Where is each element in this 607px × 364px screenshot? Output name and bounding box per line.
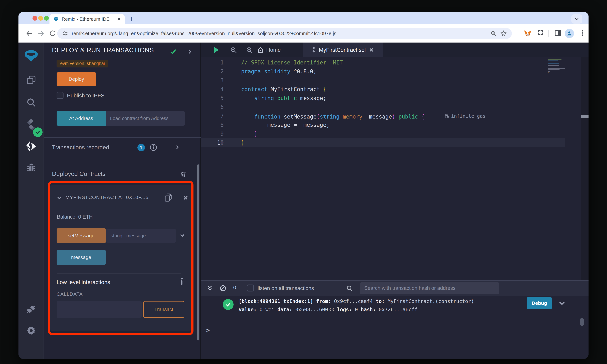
line-numbers: 12345678910	[201, 58, 229, 147]
separator	[57, 273, 181, 273]
editor-scrollbar-track[interactable]	[581, 57, 589, 280]
tx-success-icon	[223, 299, 234, 310]
gas-pump-icon	[445, 114, 449, 118]
set-message-button[interactable]: setMessage	[57, 228, 106, 243]
bookmark-star-icon[interactable]	[500, 30, 507, 37]
transact-button[interactable]: Transact	[143, 301, 185, 318]
editor-scrollbar-thumb[interactable]	[581, 115, 589, 118]
url-text: remix.ethereum.org/#lang=en&optimize=fal…	[72, 31, 487, 36]
transactions-expand-chevron-icon[interactable]	[174, 144, 180, 150]
editor-area: Home MyFirstContract.sol 12345678910 // …	[201, 42, 589, 359]
deploy-button[interactable]: Deploy	[57, 72, 96, 86]
panel-scrollbar[interactable]	[197, 164, 199, 340]
settings-gear-icon[interactable]	[18, 325, 44, 336]
reload-icon[interactable]	[49, 30, 56, 37]
address-bar[interactable]: remix.ethereum.org/#lang=en&optimize=fal…	[57, 28, 512, 39]
close-file-icon[interactable]	[369, 47, 374, 53]
calldata-label: CALLDATA	[57, 291, 83, 297]
metamask-icon[interactable]	[524, 29, 532, 38]
tab-search-button[interactable]	[571, 14, 582, 24]
editor-tabbar: Home MyFirstContract.sol	[201, 42, 589, 57]
site-settings-icon[interactable]	[62, 30, 68, 37]
tab-file-active[interactable]: MyFirstContract.sol	[303, 42, 383, 57]
deployed-contract-card: MYFIRSTCONTRACT AT 0X10F...5 Balance: 0 …	[50, 185, 191, 331]
transactions-recorded-label: Transactions recorded	[52, 144, 109, 151]
highlight-annotation: MYFIRSTCONTRACT AT 0X10F...5 Balance: 0 …	[48, 181, 194, 335]
scroll-to-bottom-icon[interactable]	[207, 285, 213, 291]
minimap[interactable]	[548, 59, 565, 74]
macos-close-button[interactable]	[32, 16, 37, 21]
deployed-contracts-label: Deployed Contracts	[52, 170, 106, 177]
chevron-down-icon	[574, 16, 580, 22]
browser-toolbar: remix.ethereum.org/#lang=en&optimize=fal…	[18, 24, 589, 42]
listen-all-label: listen on all transactions	[258, 285, 314, 291]
menu-dots-icon[interactable]	[579, 29, 586, 37]
listen-all-checkbox[interactable]	[247, 285, 254, 291]
macos-zoom-button[interactable]	[44, 16, 49, 21]
copy-icon[interactable]	[164, 193, 173, 202]
separator	[44, 163, 200, 163]
back-icon[interactable]	[26, 30, 33, 37]
terminal-prompt[interactable]: >	[206, 327, 210, 334]
panel-expand-chevron-icon[interactable]	[187, 49, 193, 55]
debugger-icon[interactable]	[18, 162, 44, 173]
at-address-input[interactable]	[106, 111, 185, 126]
toolbar-divider	[548, 30, 549, 37]
publish-ipfs-label: Publish to IPFS	[67, 92, 105, 99]
home-tab-label: Home	[266, 47, 281, 53]
low-level-label: Low level interactions	[57, 279, 110, 285]
macos-minimize-button[interactable]	[38, 16, 43, 21]
tab-home[interactable]: Home	[257, 42, 281, 57]
person-icon	[567, 30, 572, 37]
terminal-scrollbar-thumb[interactable]	[580, 318, 584, 326]
terminal-search-input[interactable]	[360, 282, 499, 294]
contract-collapse-chevron-icon[interactable]	[56, 195, 63, 201]
plugin-manager-icon[interactable]	[18, 304, 44, 315]
zoom-in-icon[interactable]	[246, 47, 253, 54]
code-editor[interactable]: 12345678910 // SPDX-License-Identifier: …	[201, 57, 565, 280]
terminal-search-icon	[346, 285, 353, 292]
deploy-run-panel: DEPLOY & RUN TRANSACTIONS evm version: s…	[44, 42, 200, 359]
tab-close-icon[interactable]: ✕	[117, 16, 121, 22]
file-tab-label: MyFirstContract.sol	[319, 47, 366, 53]
extensions-icon[interactable]	[536, 29, 544, 37]
calldata-input[interactable]	[57, 301, 142, 318]
compile-success-badge	[33, 128, 42, 137]
contract-title[interactable]: MYFIRSTCONTRACT AT 0X10F...5	[66, 195, 163, 200]
side-panel-icon[interactable]	[554, 29, 562, 37]
icon-panel	[18, 42, 44, 359]
code-lines: // SPDX-License-Identifier: MITpragma so…	[241, 58, 486, 147]
trash-icon[interactable]	[180, 171, 187, 178]
low-level-info-icon[interactable]	[179, 277, 184, 286]
close-contract-icon[interactable]	[182, 195, 189, 201]
message-button[interactable]: message	[57, 250, 106, 265]
transactions-count-badge: 1	[137, 144, 145, 151]
separator	[44, 137, 200, 138]
info-icon[interactable]	[149, 143, 157, 151]
panel-check-icon	[169, 48, 177, 55]
forward-icon[interactable]	[37, 30, 45, 37]
profile-avatar[interactable]	[565, 29, 574, 38]
tx-log-line-2[interactable]: value: 0 wei data: 0x608...60033 logs: 0…	[239, 307, 418, 312]
deploy-run-icon[interactable]	[18, 140, 44, 153]
zoom-out-icon[interactable]	[230, 47, 237, 54]
set-message-input[interactable]	[106, 229, 176, 243]
pending-tx-count: 0	[233, 285, 236, 291]
publish-ipfs-checkbox[interactable]	[57, 92, 64, 99]
browser-tab[interactable]: Remix - Ethereum IDE ✕	[50, 14, 125, 24]
clear-console-icon[interactable]	[219, 285, 227, 292]
new-tab-button[interactable]: +	[129, 15, 133, 23]
zoom-page-icon[interactable]	[490, 30, 497, 37]
search-icon[interactable]	[18, 97, 44, 107]
file-explorer-icon[interactable]	[18, 75, 44, 85]
run-script-icon[interactable]	[212, 46, 220, 54]
tab-title: Remix - Ethereum IDE	[62, 16, 114, 22]
at-address-button[interactable]: At Address	[57, 111, 106, 126]
browser-window: Remix - Ethereum IDE ✕ + remix.ethereum.…	[18, 12, 589, 359]
expand-args-chevron-icon[interactable]	[179, 233, 185, 238]
debug-button[interactable]: Debug	[527, 297, 552, 309]
remix-logo[interactable]	[18, 49, 44, 62]
log-expand-chevron-icon[interactable]	[558, 299, 566, 307]
tx-log-line-1[interactable]: [block:4994361 txIndex:1] from: 0x9cf...…	[239, 299, 474, 304]
browser-tab-strip: Remix - Ethereum IDE ✕ +	[18, 12, 589, 24]
